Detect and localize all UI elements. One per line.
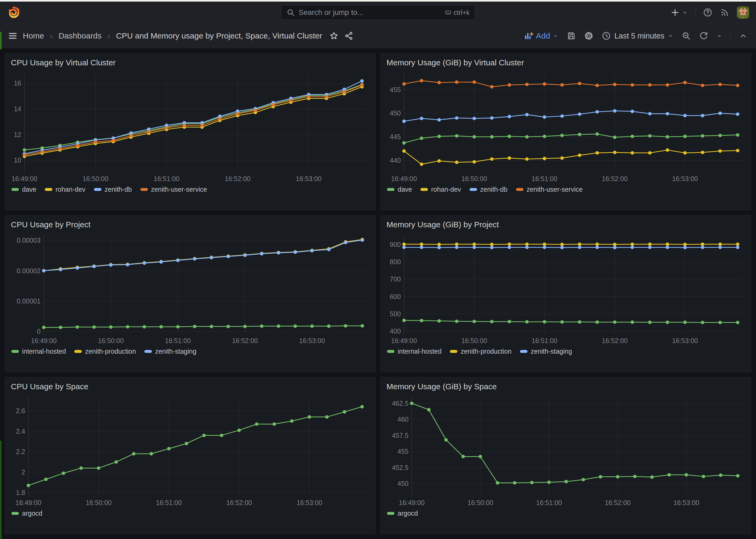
legend-item-zenith-production[interactable]: zenith-production [450,347,512,355]
legend-color-chip [470,188,477,191]
svg-text:16:50:00: 16:50:00 [83,175,108,183]
svg-text:0.00003: 0.00003 [17,237,40,244]
svg-text:500: 500 [390,310,401,318]
legend-label: zenith-production [460,347,512,355]
svg-text:16:52:00: 16:52:00 [605,499,631,506]
svg-text:455: 455 [390,86,401,94]
dashboard-settings-button[interactable] [584,31,593,40]
legend-label: zenith-staging [531,347,572,355]
svg-text:2.4: 2.4 [16,427,25,435]
panel-legend: daverohan-devzenith-dbzenith-user-servic… [11,186,371,193]
panel-chart[interactable]: 44044545045516:49:0016:50:0016:51:0016:5… [385,70,747,184]
legend-color-chip [74,350,82,353]
legend-item-zenith-production[interactable]: zenith-production [74,347,136,355]
panel-chart[interactable]: 00.000010.000020.0000316:49:0016:50:0016… [9,232,371,346]
legend-color-chip [45,188,52,191]
svg-text:800: 800 [390,258,401,266]
refresh-interval-button[interactable] [717,33,722,39]
save-dashboard-button[interactable] [567,31,576,40]
breadcrumb-current-dashboard: CPU and Memory usage by Project, Space, … [116,31,322,40]
legend-label: dave [22,186,36,193]
refresh-button[interactable] [699,31,709,40]
collapse-topbar-button[interactable] [738,31,748,40]
menu-button[interactable] [8,31,18,40]
panel-chart[interactable]: 1012141616:49:0016:50:0016:51:0016:52:00… [9,70,371,184]
legend-item-zenith-user-service[interactable]: zenith-user-service [140,186,207,193]
svg-text:16:51:00: 16:51:00 [532,337,557,345]
legend-item-rohan-dev[interactable]: rohan-dev [421,186,461,193]
panel-legend: daverohan-devzenith-dbzenith-user-servic… [387,186,747,193]
svg-text:16:52:00: 16:52:00 [232,337,258,345]
legend-item-internal-hosted[interactable]: internal-hosted [11,347,66,355]
add-label: Add [536,31,550,40]
svg-text:400: 400 [390,327,401,335]
legend-item-zenith-db[interactable]: zenith-db [470,186,508,193]
panel-chart[interactable]: 40050060070080090016:49:0016:50:0016:51:… [385,232,747,346]
grafana-logo[interactable] [7,6,21,19]
time-range-label: Last 5 minutes [614,32,664,40]
panel-memory-usage-by-project: Memory Usage (GiB) by Project 4005006007… [380,215,751,372]
svg-text:16:52:00: 16:52:00 [602,337,628,345]
svg-text:16:50:00: 16:50:00 [461,175,487,183]
svg-text:0: 0 [37,328,40,335]
svg-text:16:50:00: 16:50:00 [467,499,493,506]
plus-icon [670,8,680,17]
chevron-up-icon [738,31,748,40]
legend-item-zenith-staging[interactable]: zenith-staging [144,347,196,355]
panel-chart[interactable]: 1.822.22.42.616:49:0016:50:0016:51:0016:… [9,394,371,507]
panel-legend: argocd [387,509,747,517]
search-input[interactable]: Search or jump to... ctrl+k [281,5,475,20]
panel-title[interactable]: Memory Usage (GiB) by Project [386,220,747,229]
user-avatar[interactable] [737,6,749,19]
svg-text:16:49:00: 16:49:00 [391,175,417,183]
gear-icon [584,31,593,40]
legend-item-argocd[interactable]: argocd [387,509,418,517]
svg-text:700: 700 [390,275,401,283]
legend-color-chip [387,188,394,191]
svg-text:450: 450 [397,480,409,487]
svg-text:2: 2 [22,468,25,476]
legend-item-internal-hosted[interactable]: internal-hosted [387,347,442,355]
panel-title[interactable]: Memory Usage (GiB) by Virtual Cluster [386,58,747,67]
legend-color-chip [450,350,457,353]
zoom-out-button[interactable] [681,31,691,40]
svg-text:450: 450 [390,110,401,117]
panel-title[interactable]: CPU Usage by Space [11,382,371,391]
svg-text:0.00002: 0.00002 [17,267,40,274]
time-range-picker[interactable]: Last 5 minutes [601,31,673,40]
share-button[interactable] [344,31,354,40]
legend-item-zenith-user-service[interactable]: zenith-user-service [516,186,583,193]
panel-cpu-usage-by-space: CPU Usage by Space 1.822.22.42.616:49:00… [5,377,376,534]
save-icon [567,31,576,40]
add-panel-button[interactable]: Add [524,31,559,40]
panel-title[interactable]: CPU Usage by Virtual Cluster [11,58,371,67]
svg-text:0.00001: 0.00001 [17,297,40,305]
new-menu-button[interactable] [670,8,688,17]
svg-text:16:51:00: 16:51:00 [536,499,562,506]
legend-item-dave[interactable]: dave [387,186,412,193]
svg-text:16:53:00: 16:53:00 [672,175,698,183]
svg-text:16:50:00: 16:50:00 [98,337,124,345]
legend-item-argocd[interactable]: argocd [11,509,42,517]
svg-text:16:53:00: 16:53:00 [299,337,325,345]
legend-item-zenith-staging[interactable]: zenith-staging [520,347,572,355]
panel-chart[interactable]: 450452.5455457.5460462.516:49:0016:50:00… [385,394,747,507]
svg-text:16:53:00: 16:53:00 [672,337,698,345]
svg-text:16:53:00: 16:53:00 [673,499,699,506]
legend-item-dave[interactable]: dave [11,186,36,193]
chevron-down-icon [668,33,673,39]
legend-item-zenith-db[interactable]: zenith-db [94,186,132,193]
panel-title[interactable]: Memory Usage (GiB) by Space [386,382,747,391]
breadcrumb-dashboards[interactable]: Dashboards [59,31,102,40]
svg-text:16:51:00: 16:51:00 [532,175,557,183]
panel-title[interactable]: CPU Usage by Project [11,220,371,229]
news-button[interactable] [720,8,729,17]
legend-item-rohan-dev[interactable]: rohan-dev [45,186,86,193]
help-button[interactable] [703,8,713,17]
breadcrumb-home[interactable]: Home [23,31,44,40]
chevron-separator: › [107,31,110,41]
svg-text:16:50:00: 16:50:00 [461,337,487,345]
favorite-button[interactable] [329,31,339,40]
desktop-edge-sliver [0,32,2,49]
graph-bar-add-icon [524,31,533,40]
